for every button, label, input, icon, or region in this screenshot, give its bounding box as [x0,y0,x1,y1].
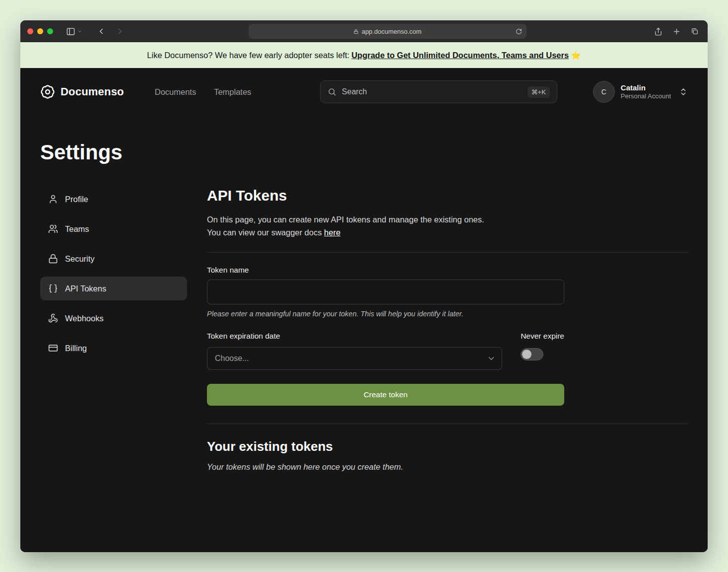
toggle-knob [522,350,531,359]
search-placeholder: Search [342,87,367,96]
webhook-icon [48,313,58,323]
account-type: Personal Account [621,92,671,101]
users-icon [48,224,58,234]
browser-window: app.documenso.com Like Documenso? We hav… [20,20,708,552]
api-tokens-panel: API Tokens On this page, you can create … [207,187,688,472]
toolbar-right-actions [654,27,699,36]
braces-icon [48,284,58,293]
never-expire-label: Never expire [521,332,564,341]
forward-arrow-icon [116,27,125,36]
search-icon [328,87,336,96]
sidebar-icon [66,27,75,36]
expiration-select[interactable]: Choose... [207,347,502,370]
plus-icon [672,27,681,36]
sidebar-item-label: Profile [65,195,88,204]
nav-templates[interactable]: Templates [214,87,251,97]
refresh-button[interactable] [516,28,522,35]
chevrons-up-down-icon [679,87,688,96]
share-icon [654,27,662,36]
brand-name: Documenso [61,85,124,98]
chevron-down-icon [77,29,82,34]
nav-documents[interactable]: Documents [155,87,196,97]
page-title: Settings [40,141,688,164]
search-shortcut: ⌘+K [528,86,550,98]
settings-layout: Profile Teams Security API Tokens Webhoo… [20,187,708,472]
banner-text: Like Documenso? We have few early adopte… [147,51,349,60]
existing-tokens-empty-text: Your tokens will be shown here once you … [207,462,688,472]
sidebar-item-profile[interactable]: Profile [40,187,187,211]
chevron-down-icon [487,354,496,363]
sidebar-item-label: Billing [65,344,87,353]
sidebar-item-label: Webhooks [65,314,104,323]
user-icon [48,194,58,204]
star-emoji: ⭐ [571,51,581,60]
sidebar-item-api-tokens[interactable]: API Tokens [40,277,187,300]
new-tab-button[interactable] [672,27,681,36]
expiration-value: Choose... [215,354,249,363]
divider [207,424,688,424]
traffic-lights [27,28,53,34]
documenso-app: Documenso Documents Templates Search ⌘+K… [20,68,708,552]
section-heading: API Tokens [207,187,688,204]
token-name-help: Please enter a meaningful name for your … [207,310,688,318]
sidebar-item-label: Teams [65,224,89,234]
existing-tokens-section: Your existing tokens Your tokens will be… [207,439,688,472]
refresh-icon [516,28,522,35]
back-arrow-icon [97,27,106,36]
promo-banner: Like Documenso? We have few early adopte… [20,42,708,68]
main-nav: Documents Templates [155,87,252,97]
expiration-label: Token expiration date [207,332,502,341]
close-button[interactable] [27,28,33,34]
sidebar-item-webhooks[interactable]: Webhooks [40,306,187,330]
avatar-initial: C [601,88,606,96]
token-name-input[interactable] [207,280,564,304]
expiration-row: Token expiration date Choose... Never ex… [207,332,564,370]
upgrade-link[interactable]: Upgrade to Get Unlimited Documents, Team… [351,51,569,60]
brand[interactable]: Documenso [40,84,124,99]
account-menu[interactable]: C Catalin Personal Account [593,81,688,103]
lock-icon [353,29,359,34]
tab-overview-button[interactable] [691,27,699,35]
url-bar-container: app.documenso.com [125,24,650,39]
browser-toolbar: app.documenso.com [20,20,708,42]
sidebar-item-label: API Tokens [65,284,106,293]
back-button[interactable] [97,27,106,36]
sidebar-item-billing[interactable]: Billing [40,336,187,360]
share-button[interactable] [654,27,662,36]
search-input[interactable]: Search ⌘+K [320,80,557,103]
sidebar-item-security[interactable]: Security [40,247,187,271]
minimize-button[interactable] [37,28,43,34]
never-expire-toggle[interactable] [521,348,543,360]
credit-card-icon [48,343,58,353]
app-header: Documenso Documents Templates Search ⌘+K… [20,68,708,116]
swagger-docs-link[interactable]: here [324,228,340,237]
sidebar-toggle-button[interactable] [66,27,82,36]
settings-sidebar: Profile Teams Security API Tokens Webhoo… [40,187,187,472]
tabs-icon [691,27,699,35]
forward-button[interactable] [116,27,125,36]
url-text: app.documenso.com [362,28,422,35]
sidebar-item-teams[interactable]: Teams [40,217,187,241]
lock-icon [48,254,58,264]
documenso-logo-icon [40,84,55,99]
create-token-button[interactable]: Create token [207,384,564,406]
existing-tokens-heading: Your existing tokens [207,439,688,454]
user-name: Catalin [621,83,671,93]
section-description: On this page, you can create new API tok… [207,213,688,239]
token-name-label: Token name [207,266,688,275]
divider [207,252,688,253]
zoom-button[interactable] [47,28,53,34]
avatar: C [593,81,615,103]
address-bar[interactable]: app.documenso.com [249,24,527,39]
sidebar-item-label: Security [65,254,95,264]
